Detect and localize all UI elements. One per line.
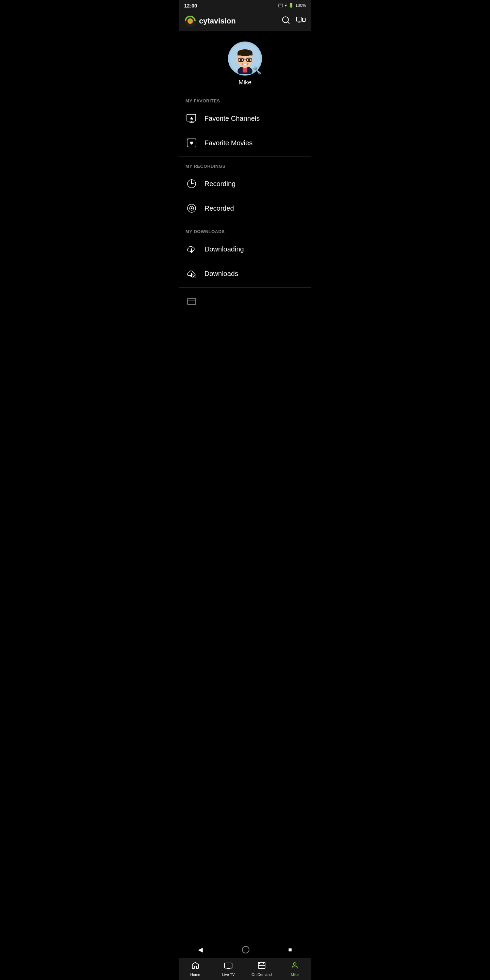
menu-item-favorite-movies[interactable]: Favorite Movies bbox=[179, 130, 311, 155]
svg-point-21 bbox=[240, 59, 242, 61]
profile-section: 🔧 Mike bbox=[179, 31, 311, 93]
svg-point-40 bbox=[191, 208, 192, 209]
vibrate-icon: 📳 bbox=[278, 3, 283, 8]
svg-rect-29 bbox=[187, 139, 189, 140]
battery-percent: 100% bbox=[295, 3, 306, 8]
favorite-movies-icon bbox=[185, 137, 198, 149]
svg-rect-15 bbox=[237, 53, 253, 56]
svg-point-24 bbox=[251, 59, 253, 62]
recorded-icon bbox=[185, 202, 198, 215]
logo-icon bbox=[184, 15, 196, 27]
favorite-channels-label: Favorite Channels bbox=[205, 115, 259, 123]
menu-item-recorded[interactable]: Recorded bbox=[179, 196, 311, 221]
svg-rect-32 bbox=[195, 146, 196, 147]
favorite-channels-icon bbox=[185, 112, 198, 124]
section-label-downloads: MY DOWNLOADS bbox=[179, 224, 311, 237]
menu-item-favorite-channels[interactable]: Favorite Channels bbox=[179, 106, 311, 130]
svg-point-2 bbox=[189, 20, 192, 22]
recorded-label: Recorded bbox=[205, 205, 234, 212]
favorite-movies-label: Favorite Movies bbox=[205, 139, 253, 147]
profile-name: Mike bbox=[239, 79, 251, 86]
menu-item-partial[interactable] bbox=[179, 289, 311, 313]
search-icon[interactable] bbox=[282, 16, 290, 27]
svg-rect-44 bbox=[188, 298, 196, 305]
recording-icon bbox=[185, 178, 198, 190]
svg-rect-31 bbox=[187, 146, 189, 147]
downloads-icon bbox=[185, 267, 198, 280]
svg-rect-5 bbox=[296, 17, 302, 21]
wifi-icon: ▾ bbox=[285, 3, 287, 8]
svg-point-23 bbox=[237, 59, 239, 62]
content: 🔧 Mike MY FAVORITES Favorite Channels bbox=[179, 31, 311, 354]
battery-icon: 🔋 bbox=[288, 3, 294, 8]
avatar-container[interactable]: 🔧 bbox=[228, 41, 262, 76]
downloading-icon bbox=[185, 243, 198, 255]
downloads-label: Downloads bbox=[205, 270, 238, 278]
svg-rect-6 bbox=[302, 18, 305, 21]
svg-point-36 bbox=[191, 183, 192, 185]
recording-label: Recording bbox=[205, 180, 235, 188]
downloading-label: Downloading bbox=[205, 245, 244, 253]
menu-item-downloads[interactable]: Downloads bbox=[179, 261, 311, 286]
wrench-badge: 🔧 bbox=[252, 66, 261, 75]
divider-favorites-recordings bbox=[179, 156, 311, 157]
section-label-favorites: MY FAVORITES bbox=[179, 93, 311, 106]
svg-line-4 bbox=[288, 22, 289, 24]
status-time: 12:00 bbox=[184, 3, 197, 8]
partial-icon bbox=[185, 295, 198, 307]
divider-recordings-downloads bbox=[179, 222, 311, 222]
header: cytavision bbox=[179, 11, 311, 31]
section-label-recordings: MY RECORDINGS bbox=[179, 158, 311, 172]
header-actions bbox=[282, 16, 306, 27]
svg-rect-30 bbox=[195, 139, 196, 140]
menu-item-recording[interactable]: Recording bbox=[179, 172, 311, 196]
svg-point-22 bbox=[248, 59, 250, 61]
device-icon[interactable] bbox=[296, 16, 306, 27]
status-bar: 12:00 📳 ▾ 🔋 100% bbox=[179, 0, 311, 11]
menu-item-downloading[interactable]: Downloading bbox=[179, 237, 311, 261]
divider-downloads-more bbox=[179, 287, 311, 288]
logo-container: cytavision bbox=[184, 15, 236, 27]
logo-text: cytavision bbox=[199, 17, 236, 25]
status-icons: 📳 ▾ 🔋 100% bbox=[278, 3, 306, 8]
